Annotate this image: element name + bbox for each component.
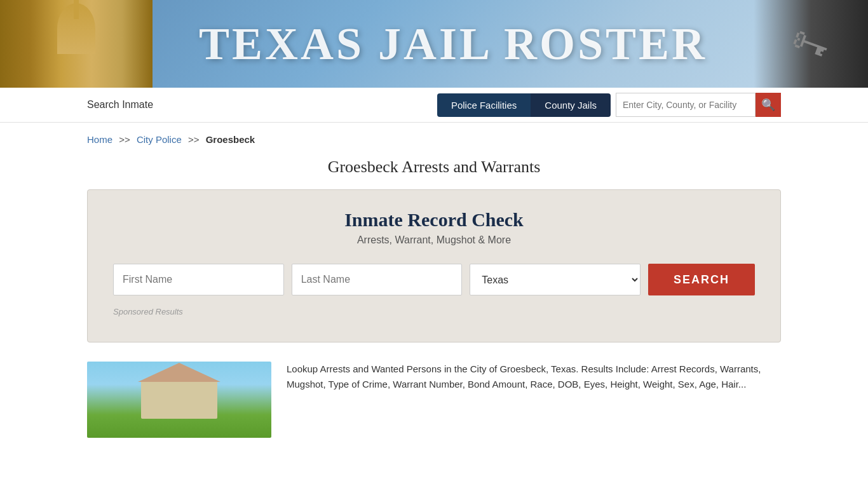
breadcrumb: Home >> City Police >> Groesbeck bbox=[0, 123, 868, 151]
breadcrumb-sep-2: >> bbox=[188, 134, 200, 145]
record-check-title: Inmate Record Check bbox=[113, 209, 755, 231]
breadcrumb-city-police[interactable]: City Police bbox=[137, 134, 182, 145]
record-check-box: Inmate Record Check Arrests, Warrant, Mu… bbox=[87, 189, 781, 342]
inmate-search-button[interactable]: SEARCH bbox=[648, 264, 755, 295]
banner-right-decoration: 🗝 bbox=[754, 0, 868, 88]
nav-bar: Search Inmate Police Facilities County J… bbox=[0, 88, 868, 123]
first-name-input[interactable] bbox=[113, 264, 284, 295]
breadcrumb-current: Groesbeck bbox=[206, 134, 255, 145]
bottom-section: Lookup Arrests and Wanted Persons in the… bbox=[0, 349, 868, 451]
building-image bbox=[87, 362, 271, 438]
search-inmate-label: Search Inmate bbox=[87, 99, 437, 111]
last-name-input[interactable] bbox=[292, 264, 463, 295]
site-title: Texas Jail Roster bbox=[153, 18, 754, 71]
facility-search-button[interactable]: 🔍 bbox=[756, 93, 781, 117]
search-form-row: AlabamaAlaskaArizonaArkansasCaliforniaCo… bbox=[113, 264, 755, 295]
search-icon: 🔍 bbox=[761, 98, 775, 112]
capitol-image bbox=[0, 0, 153, 88]
sponsored-results: Sponsored Results bbox=[113, 307, 755, 316]
state-select[interactable]: AlabamaAlaskaArizonaArkansasCaliforniaCo… bbox=[470, 264, 641, 295]
nav-buttons: Police Facilities County Jails 🔍 bbox=[437, 93, 781, 117]
record-check-subtitle: Arrests, Warrant, Mugshot & More bbox=[113, 234, 755, 246]
breadcrumb-sep-1: >> bbox=[119, 134, 130, 145]
keys-icon: 🗝 bbox=[785, 17, 836, 71]
county-jails-button[interactable]: County Jails bbox=[531, 93, 611, 117]
header-banner: Texas Jail Roster 🗝 bbox=[0, 0, 868, 88]
description-text: Lookup Arrests and Wanted Persons in the… bbox=[287, 362, 781, 438]
police-facilities-button[interactable]: Police Facilities bbox=[437, 93, 531, 117]
page-title: Groesbeck Arrests and Warrants bbox=[0, 158, 868, 177]
facility-search-input[interactable] bbox=[616, 93, 756, 117]
breadcrumb-home[interactable]: Home bbox=[87, 134, 112, 145]
